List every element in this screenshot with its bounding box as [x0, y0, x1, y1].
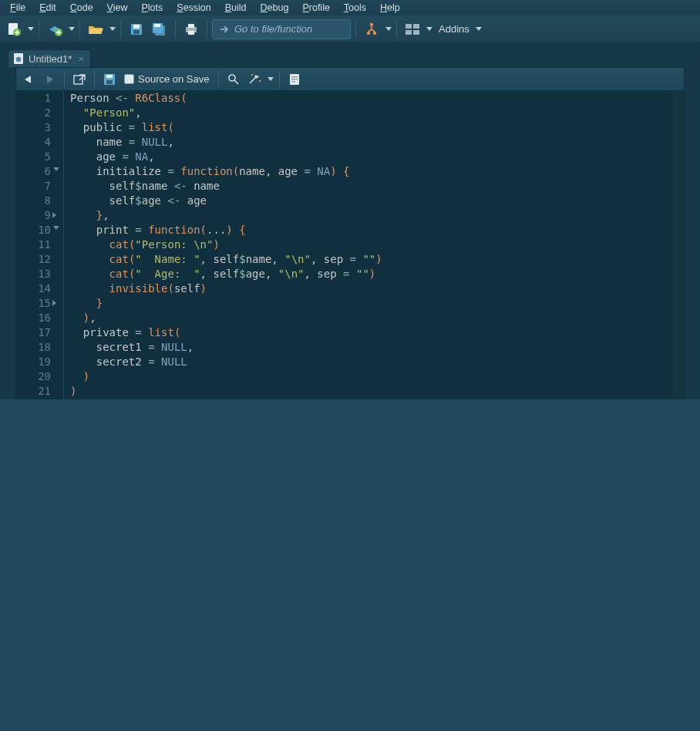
code-line[interactable]: self$age <- age	[70, 194, 684, 208]
gutter-line: 15	[16, 296, 59, 311]
fold-close-icon[interactable]	[52, 212, 59, 218]
nav-back-button[interactable]	[19, 70, 38, 89]
code-area[interactable]: Person <- R6Class( "Person", public = li…	[64, 91, 684, 399]
save-source-button[interactable]	[100, 70, 119, 89]
source-on-save-label: Source on Save	[138, 73, 210, 85]
code-line[interactable]: },	[70, 208, 684, 223]
code-line[interactable]: print = function(...) {	[70, 223, 684, 237]
r-file-icon	[13, 52, 24, 65]
save-button[interactable]	[126, 19, 147, 40]
main-toolbar: Go to file/function Addins	[0, 15, 700, 43]
menu-build[interactable]: Build	[218, 2, 254, 14]
code-line[interactable]: Person <- R6Class(	[70, 91, 684, 106]
menu-file[interactable]: File	[3, 2, 32, 14]
find-replace-button[interactable]	[224, 70, 243, 89]
menu-edit[interactable]: Edit	[32, 2, 63, 14]
dropdown-arrow-icon[interactable]	[109, 27, 116, 31]
code-line[interactable]: secret2 = NULL	[70, 355, 684, 369]
code-line[interactable]: cat(" Age: ", self$age, "\n", sep = "")	[70, 267, 684, 281]
dropdown-arrow-icon[interactable]	[268, 77, 274, 81]
code-line[interactable]: "Person",	[70, 106, 684, 120]
code-line[interactable]: age = NA,	[70, 150, 684, 164]
svg-rect-10	[188, 24, 194, 28]
svg-rect-8	[154, 24, 160, 27]
code-line[interactable]: private = list(	[70, 325, 684, 340]
svg-rect-16	[413, 24, 419, 29]
menu-plots[interactable]: Plots	[134, 2, 170, 14]
new-project-button[interactable]	[44, 19, 66, 40]
svg-point-20	[16, 57, 21, 62]
code-line[interactable]: invisible(self)	[70, 281, 684, 296]
menu-session[interactable]: Session	[170, 2, 217, 14]
nav-forward-button[interactable]	[40, 70, 59, 89]
svg-rect-11	[188, 31, 194, 35]
dropdown-arrow-icon[interactable]	[69, 27, 75, 31]
goto-arrow-icon	[219, 24, 230, 35]
gutter-line: 9	[16, 208, 59, 223]
gutter-line: 13	[16, 267, 59, 281]
code-line[interactable]: name = NULL,	[70, 135, 684, 150]
menu-debug[interactable]: Debug	[254, 2, 296, 14]
goto-placeholder: Go to file/function	[234, 23, 312, 35]
open-file-button[interactable]	[85, 19, 106, 40]
popout-button[interactable]	[70, 70, 89, 89]
addins-label: Addins	[439, 23, 469, 35]
gutter-line: 8	[16, 194, 59, 208]
svg-rect-5	[133, 30, 140, 34]
menu-tools[interactable]: Tools	[337, 2, 373, 14]
compile-report-button[interactable]	[285, 70, 304, 89]
code-line[interactable]: secret1 = NULL,	[70, 340, 684, 355]
tab-strip: Untitled1* × Source on Save	[0, 43, 700, 399]
gutter-line: 4	[16, 135, 59, 150]
svg-point-14	[373, 31, 376, 34]
fold-open-icon[interactable]	[53, 167, 59, 171]
svg-rect-21	[74, 76, 82, 84]
code-editor[interactable]: 123456789101112131415161718192021 Person…	[16, 91, 684, 399]
version-control-button[interactable]	[361, 19, 382, 40]
dropdown-arrow-icon[interactable]	[385, 27, 392, 31]
gutter-line: 10	[16, 223, 59, 237]
save-all-button[interactable]	[149, 19, 170, 40]
gutter-line: 11	[16, 237, 59, 252]
code-line[interactable]: }	[70, 296, 684, 311]
tab-untitled1[interactable]: Untitled1* ×	[8, 49, 91, 67]
code-line[interactable]: cat("Person: \n")	[70, 237, 684, 252]
panes-button[interactable]	[402, 19, 423, 40]
code-tools-button[interactable]	[245, 70, 264, 89]
svg-rect-31	[291, 79, 298, 79]
svg-rect-15	[406, 24, 412, 29]
fold-close-icon[interactable]	[52, 300, 59, 306]
menu-code[interactable]: Code	[63, 2, 100, 14]
code-line[interactable]: public = list(	[70, 120, 684, 135]
svg-rect-4	[133, 25, 140, 29]
svg-rect-23	[106, 75, 113, 78]
goto-file-function-input[interactable]: Go to file/function	[212, 19, 351, 39]
svg-point-28	[259, 80, 261, 82]
dropdown-arrow-icon	[476, 27, 482, 31]
svg-point-25	[229, 75, 235, 81]
menu-help[interactable]: Help	[373, 2, 407, 14]
gutter: 123456789101112131415161718192021	[16, 91, 64, 399]
svg-rect-32	[291, 81, 295, 82]
source-on-save-toggle[interactable]: Source on Save	[121, 73, 213, 85]
svg-point-12	[370, 22, 373, 25]
code-line[interactable]: self$name <- name	[70, 179, 684, 194]
dropdown-arrow-icon[interactable]	[28, 27, 34, 31]
vertical-scrollbar[interactable]	[673, 91, 684, 399]
code-line[interactable]: )	[70, 384, 684, 399]
dropdown-arrow-icon[interactable]	[426, 27, 432, 31]
menu-profile[interactable]: Profile	[295, 2, 336, 14]
code-line[interactable]: ),	[70, 311, 684, 325]
gutter-line: 6	[16, 164, 59, 179]
code-line[interactable]: initialize = function(name, age = NA) {	[70, 164, 684, 179]
code-line[interactable]: cat(" Name: ", self$name, "\n", sep = ""…	[70, 252, 684, 267]
code-line[interactable]: )	[70, 369, 684, 384]
print-button[interactable]	[180, 19, 202, 40]
gutter-line: 14	[16, 281, 59, 296]
new-file-button[interactable]	[3, 19, 25, 40]
close-tab-icon[interactable]: ×	[78, 53, 84, 65]
fold-open-icon[interactable]	[53, 226, 59, 230]
menu-view[interactable]: View	[100, 2, 135, 14]
gutter-line: 3	[16, 120, 59, 135]
addins-menu[interactable]: Addins	[434, 23, 486, 35]
